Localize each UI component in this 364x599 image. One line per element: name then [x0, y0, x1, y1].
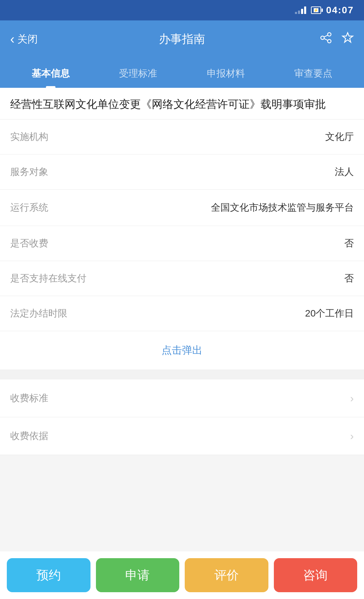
info-label-fee: 是否收费 [10, 237, 48, 250]
menu-row-fee-standard[interactable]: 收费标准 › [0, 379, 364, 417]
nav-actions [320, 32, 354, 47]
battery-icon: ⚡ [311, 6, 321, 14]
status-bar: ⚡ 04:07 [0, 0, 364, 20]
chevron-right-icon-fee-basis: › [350, 430, 354, 442]
back-label: 关闭 [17, 32, 38, 46]
apply-button[interactable]: 申请 [96, 558, 180, 592]
signal-icon [295, 6, 306, 14]
chevron-right-icon-fee-standard: › [350, 392, 354, 405]
svg-point-1 [321, 36, 324, 39]
back-arrow-icon: ‹ [10, 32, 15, 47]
popup-text: 点击弹出 [162, 344, 202, 356]
info-label-online-pay: 是否支持在线支付 [10, 272, 86, 285]
info-label-system: 运行系统 [10, 201, 48, 214]
evaluate-button[interactable]: 评价 [185, 558, 268, 592]
menu-label-fee-basis: 收费依据 [10, 430, 48, 442]
tab-bar: 基本信息 受理标准 申报材料 审查要点 [0, 58, 364, 88]
info-value-deadline: 20个工作日 [67, 307, 354, 320]
info-label-service: 服务对象 [10, 165, 48, 178]
info-row-system: 运行系统 全国文化市场技术监管与服务平台 [0, 190, 364, 226]
popup-row[interactable]: 点击弹出 [0, 331, 364, 370]
svg-point-2 [328, 39, 331, 43]
back-button[interactable]: ‹ 关闭 [10, 32, 38, 47]
tab-review[interactable]: 审查要点 [270, 63, 358, 88]
svg-line-4 [324, 39, 328, 41]
consult-button[interactable]: 咨询 [274, 558, 358, 592]
status-icons: ⚡ 04:07 [295, 5, 354, 16]
svg-point-0 [328, 33, 331, 36]
info-value-fee: 否 [48, 237, 354, 250]
page-title: 经营性互联网文化单位变更《网络文化经营许可证》载明事项审批 [10, 96, 354, 112]
info-label-institution: 实施机构 [10, 130, 48, 143]
info-label-deadline: 法定办结时限 [10, 307, 67, 320]
reserve-button[interactable]: 预约 [7, 558, 90, 592]
share-icon[interactable] [320, 32, 332, 47]
info-row-service: 服务对象 法人 [0, 155, 364, 190]
page-title-section: 经营性互联网文化单位变更《网络文化经营许可证》载明事项审批 [0, 88, 364, 119]
gray-divider [0, 370, 364, 379]
svg-line-3 [324, 35, 328, 37]
bottom-action-bar: 预约 申请 评价 咨询 [0, 551, 364, 599]
info-row-online-pay: 是否支持在线支付 否 [0, 261, 364, 296]
menu-label-fee-standard: 收费标准 [10, 392, 48, 405]
menu-row-fee-basis[interactable]: 收费依据 › [0, 417, 364, 455]
info-row-deadline: 法定办结时限 20个工作日 [0, 296, 364, 331]
nav-title: 办事指南 [159, 31, 205, 47]
info-value-service: 法人 [48, 165, 354, 178]
nav-bar: ‹ 关闭 办事指南 [0, 20, 364, 58]
svg-marker-5 [343, 33, 353, 42]
status-time: 04:07 [326, 5, 354, 16]
info-value-institution: 文化厅 [48, 130, 354, 143]
favorite-icon[interactable] [342, 32, 354, 47]
info-value-system: 全国文化市场技术监管与服务平台 [191, 200, 354, 215]
info-row-institution: 实施机构 文化厅 [0, 119, 364, 155]
tab-standards[interactable]: 受理标准 [95, 63, 182, 88]
info-row-fee: 是否收费 否 [0, 226, 364, 261]
tab-basic[interactable]: 基本信息 [7, 63, 95, 88]
info-value-online-pay: 否 [86, 272, 354, 285]
menu-section: 收费标准 › 收费依据 › [0, 379, 364, 455]
info-section: 实施机构 文化厅 服务对象 法人 运行系统 全国文化市场技术监管与服务平台 是否… [0, 119, 364, 370]
tab-materials[interactable]: 申报材料 [182, 63, 270, 88]
